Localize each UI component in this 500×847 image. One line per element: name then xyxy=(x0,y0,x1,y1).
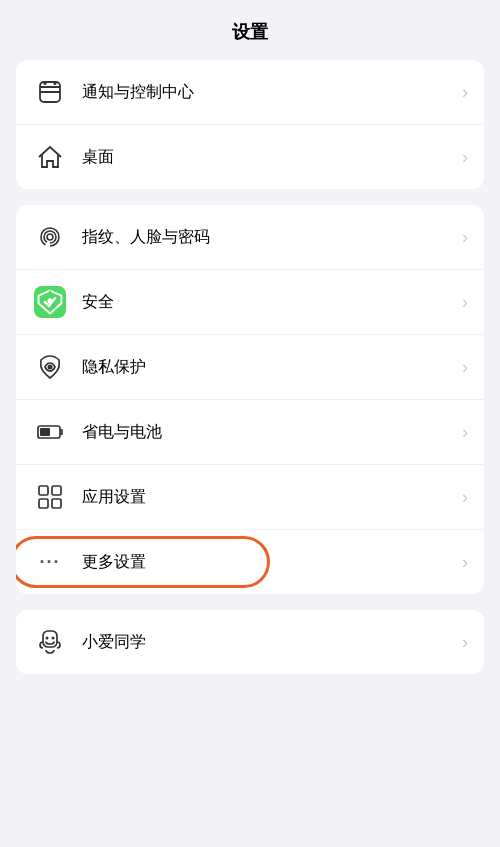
home-icon xyxy=(32,139,68,175)
fingerprint-icon xyxy=(32,219,68,255)
fingerprint-item[interactable]: 指纹、人脸与密码 › xyxy=(16,205,484,270)
fingerprint-chevron: › xyxy=(462,227,468,248)
svg-point-3 xyxy=(44,82,47,85)
more-settings-item[interactable]: ··· 更多设置 › xyxy=(16,530,484,594)
section-xiaoai: 小爱同学 › xyxy=(16,610,484,674)
apps-chevron: › xyxy=(462,487,468,508)
svg-point-18 xyxy=(52,637,55,640)
security-chevron: › xyxy=(462,292,468,313)
fingerprint-label: 指纹、人脸与密码 xyxy=(82,227,462,248)
security-label: 安全 xyxy=(82,292,462,313)
svg-point-17 xyxy=(46,637,49,640)
privacy-label: 隐私保护 xyxy=(82,357,462,378)
security-icon xyxy=(32,284,68,320)
battery-icon xyxy=(32,414,68,450)
notification-item[interactable]: 通知与控制中心 › xyxy=(16,60,484,125)
desktop-item[interactable]: 桌面 › xyxy=(16,125,484,189)
section-general: 通知与控制中心 › 桌面 › xyxy=(16,60,484,189)
xiaoai-label: 小爱同学 xyxy=(82,632,462,653)
apps-icon xyxy=(32,479,68,515)
apps-item[interactable]: 应用设置 › xyxy=(16,465,484,530)
svg-rect-14 xyxy=(52,486,61,495)
svg-point-4 xyxy=(54,82,57,85)
more-icon: ··· xyxy=(32,544,68,580)
notification-label: 通知与控制中心 xyxy=(82,82,462,103)
notification-icon xyxy=(32,74,68,110)
svg-point-8 xyxy=(48,365,53,370)
desktop-chevron: › xyxy=(462,147,468,168)
privacy-icon xyxy=(32,349,68,385)
apps-label: 应用设置 xyxy=(82,487,462,508)
battery-label: 省电与电池 xyxy=(82,422,462,443)
notification-chevron: › xyxy=(462,82,468,103)
svg-rect-16 xyxy=(52,499,61,508)
security-item[interactable]: 安全 › xyxy=(16,270,484,335)
privacy-chevron: › xyxy=(462,357,468,378)
page-title: 设置 xyxy=(0,0,500,60)
xiaoai-item[interactable]: 小爱同学 › xyxy=(16,610,484,674)
xiaoai-chevron: › xyxy=(462,632,468,653)
svg-point-5 xyxy=(47,234,53,240)
battery-chevron: › xyxy=(462,422,468,443)
more-settings-chevron: › xyxy=(462,552,468,573)
svg-rect-13 xyxy=(39,486,48,495)
more-settings-label: 更多设置 xyxy=(82,552,462,573)
xiaoai-icon xyxy=(32,624,68,660)
battery-item[interactable]: 省电与电池 › xyxy=(16,400,484,465)
desktop-label: 桌面 xyxy=(82,147,462,168)
privacy-item[interactable]: 隐私保护 › xyxy=(16,335,484,400)
section-security: 指纹、人脸与密码 › 安全 › 隐私 xyxy=(16,205,484,594)
svg-rect-12 xyxy=(40,428,50,436)
svg-rect-15 xyxy=(39,499,48,508)
